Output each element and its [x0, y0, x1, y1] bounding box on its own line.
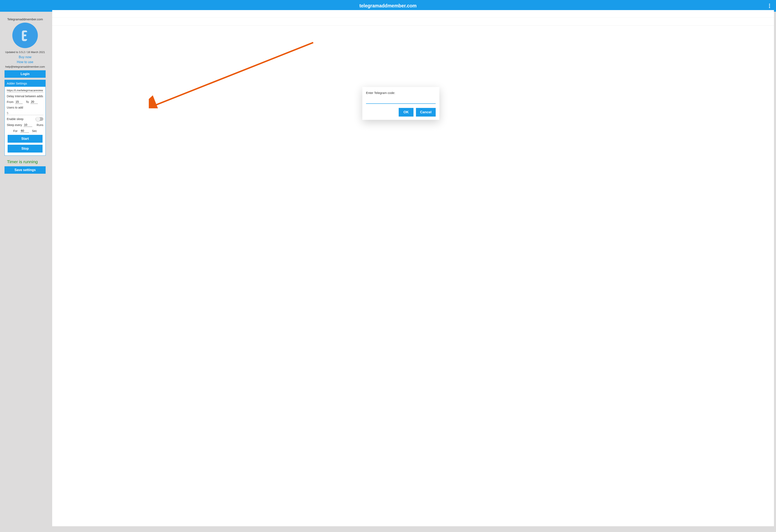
enable-sleep-toggle[interactable] — [35, 117, 43, 121]
ok-button[interactable]: OK — [399, 108, 413, 117]
app-logo-icon — [12, 23, 38, 48]
telegram-code-input[interactable] — [366, 98, 436, 104]
for-label: For — [13, 129, 17, 133]
cancel-button[interactable]: Cancel — [416, 108, 436, 117]
topbar: telegramaddmember.com — [0, 0, 776, 12]
telegram-code-dialog: Enter Telegram code: OK Cancel — [362, 87, 439, 120]
target-url-input[interactable] — [7, 88, 43, 93]
sidebar: Telegramaddmember.com Updated to 3.5.2 /… — [0, 12, 50, 532]
sleep-every-input[interactable] — [24, 123, 32, 127]
runs-label: Runs — [37, 123, 43, 127]
start-button[interactable]: Start — [8, 135, 42, 143]
how-to-use-link[interactable]: How to use — [17, 60, 33, 64]
help-email: help@telegramaddmember.com — [5, 65, 45, 68]
version-text: Updated to 3.5.2 / 16 March 2021 — [3, 50, 47, 54]
sleep-every-label: Sleep every — [7, 123, 22, 127]
app-title: telegramaddmember.com — [359, 3, 417, 9]
adder-settings-panel: Adder Settings Delay Interval between ad… — [5, 80, 46, 156]
more-vert-icon[interactable] — [767, 3, 772, 8]
login-button[interactable]: Login — [5, 70, 46, 78]
sec-label: Sec — [32, 129, 37, 133]
stop-button[interactable]: Stop — [8, 145, 42, 153]
panel-divider — [52, 25, 774, 26]
delay-label: Delay Interval between adds — [7, 95, 43, 98]
users-to-add-label: Users to add — [7, 106, 43, 109]
buy-now-link[interactable]: Buy now — [19, 55, 31, 59]
enable-sleep-label: Enable sleep — [7, 117, 23, 121]
brand-title: Telegramaddmember.com — [7, 17, 43, 21]
save-settings-button[interactable]: Save settings — [5, 166, 46, 174]
from-label: From — [7, 100, 14, 104]
to-label: To — [26, 100, 29, 104]
timer-status: Timer is running — [0, 159, 38, 164]
users-to-add-input[interactable] — [7, 111, 43, 115]
main-area: Enter Telegram code: OK Cancel — [50, 12, 776, 532]
adder-settings-header: Adder Settings — [5, 80, 45, 87]
sleep-for-input[interactable] — [20, 129, 29, 133]
delay-from-input[interactable] — [15, 100, 23, 104]
dialog-prompt: Enter Telegram code: — [366, 91, 436, 95]
delay-to-input[interactable] — [30, 100, 38, 104]
